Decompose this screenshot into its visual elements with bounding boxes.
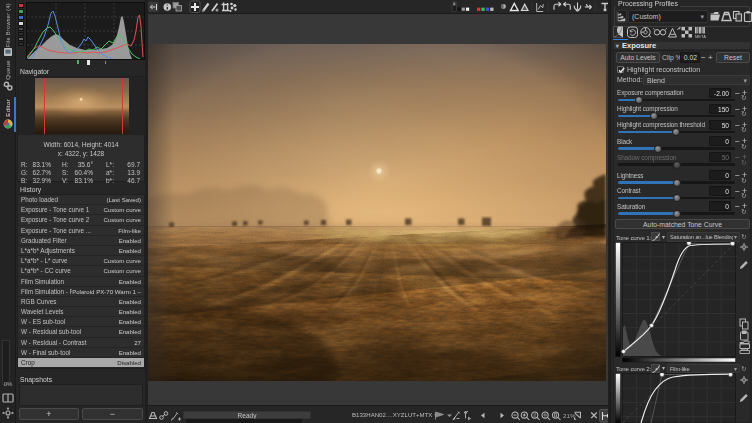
- svg-text:META: META: [695, 34, 706, 39]
- svg-text:21%: 21%: [563, 412, 576, 419]
